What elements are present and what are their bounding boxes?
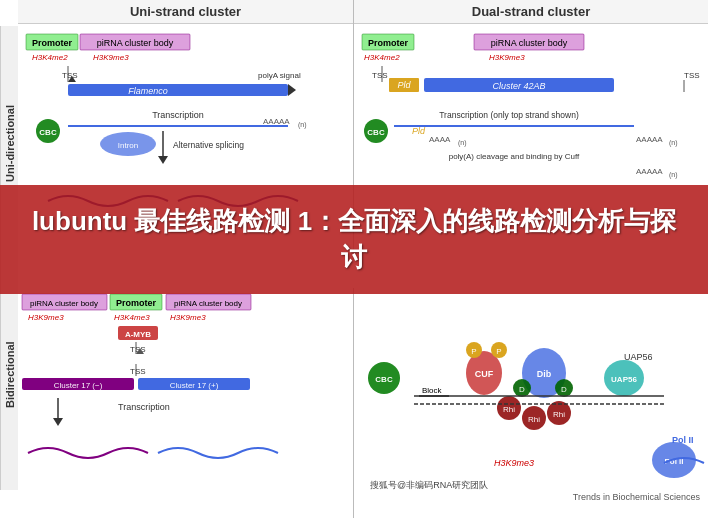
svg-text:CUF: CUF: [475, 369, 494, 379]
svg-marker-71: [53, 418, 63, 426]
svg-text:poly(A) cleavage and binding b: poly(A) cleavage and binding by Cuff: [449, 152, 580, 161]
svg-text:Cluster 17 (−): Cluster 17 (−): [54, 381, 103, 390]
svg-text:Dib: Dib: [537, 369, 552, 379]
svg-text:Flamenco: Flamenco: [128, 86, 168, 96]
svg-text:Rhi: Rhi: [553, 410, 565, 419]
svg-text:Pld: Pld: [412, 126, 426, 136]
svg-text:Transcription: Transcription: [152, 110, 204, 120]
svg-text:Alternative splicing: Alternative splicing: [173, 140, 244, 150]
svg-text:Promoter: Promoter: [116, 298, 157, 308]
svg-text:H3K4me3: H3K4me3: [114, 313, 150, 322]
svg-text:P: P: [471, 347, 476, 356]
svg-text:Pld: Pld: [397, 80, 411, 90]
svg-rect-10: [68, 84, 288, 96]
svg-text:Promoter: Promoter: [368, 38, 409, 48]
svg-text:TSS: TSS: [684, 71, 700, 80]
svg-text:TSS: TSS: [62, 71, 78, 80]
svg-text:CBC: CBC: [367, 128, 385, 137]
svg-text:P: P: [496, 347, 501, 356]
svg-text:Rhi: Rhi: [503, 405, 515, 414]
red-banner: lubuntu 最佳线路检测 1：全面深入的线路检测分析与探讨: [0, 185, 708, 294]
svg-text:Cluster 42AB: Cluster 42AB: [492, 81, 545, 91]
svg-text:AAAA: AAAA: [429, 135, 451, 144]
svg-text:A-MYB: A-MYB: [125, 330, 151, 339]
svg-text:D: D: [519, 385, 525, 394]
svg-text:(n): (n): [458, 139, 467, 147]
svg-text:Rhi: Rhi: [528, 415, 540, 424]
svg-text:AAAAA: AAAAA: [636, 135, 663, 144]
bottom-left-svg: piRNA cluster body Promoter piRNA cluste…: [18, 288, 354, 518]
svg-text:piRNA cluster body: piRNA cluster body: [30, 299, 98, 308]
svg-text:(n): (n): [669, 171, 678, 179]
svg-text:(n): (n): [669, 139, 678, 147]
svg-text:CBC: CBC: [375, 375, 393, 384]
top-left-title: Uni-strand cluster: [18, 0, 353, 24]
svg-text:Cluster 17 (+): Cluster 17 (+): [170, 381, 219, 390]
svg-text:CBC: CBC: [39, 128, 57, 137]
bottom-left-panel: piRNA cluster body Promoter piRNA cluste…: [18, 288, 354, 518]
svg-text:H3K9me3: H3K9me3: [170, 313, 206, 322]
svg-text:piRNA cluster body: piRNA cluster body: [491, 38, 568, 48]
svg-text:AAAAA: AAAAA: [263, 117, 290, 126]
svg-text:Block: Block: [422, 386, 443, 395]
svg-text:D: D: [561, 385, 567, 394]
svg-text:polyA signal: polyA signal: [258, 71, 301, 80]
svg-text:Intron: Intron: [118, 141, 138, 150]
svg-text:piRNA cluster body: piRNA cluster body: [97, 38, 174, 48]
svg-text:H3K9me3: H3K9me3: [489, 53, 525, 62]
svg-text:piRNA cluster body: piRNA cluster body: [174, 299, 242, 308]
top-right-title: Dual-strand cluster: [354, 0, 708, 24]
trends-watermark: Trends in Biochemical Sciences: [573, 492, 700, 502]
svg-text:TSS: TSS: [372, 71, 388, 80]
svg-text:H3K4me2: H3K4me2: [364, 53, 400, 62]
svg-marker-12: [288, 84, 296, 96]
svg-text:Transcription (only top strand: Transcription (only top strand shown): [439, 110, 579, 120]
svg-text:H3K9me3: H3K9me3: [28, 313, 64, 322]
svg-text:H3K9me3: H3K9me3: [494, 458, 534, 468]
svg-text:TSS: TSS: [130, 367, 146, 376]
svg-text:Promoter: Promoter: [32, 38, 73, 48]
banner-title: lubuntu 最佳线路检测 1：全面深入的线路检测分析与探讨: [20, 203, 688, 276]
svg-text:H3K9me3: H3K9me3: [93, 53, 129, 62]
side-label-bi: Bidirectional: [0, 260, 18, 490]
svg-text:Transcription: Transcription: [118, 402, 170, 412]
svg-text:H3K4me2: H3K4me2: [32, 53, 68, 62]
main-container: Uni-directional Bidirectional Uni-strand…: [0, 0, 708, 518]
sohu-watermark: 搜狐号@非编码RNA研究团队: [370, 479, 488, 492]
svg-text:(n): (n): [298, 121, 307, 129]
svg-text:AAAAA: AAAAA: [636, 167, 663, 176]
svg-marker-22: [158, 156, 168, 164]
svg-text:UAP56: UAP56: [611, 375, 637, 384]
